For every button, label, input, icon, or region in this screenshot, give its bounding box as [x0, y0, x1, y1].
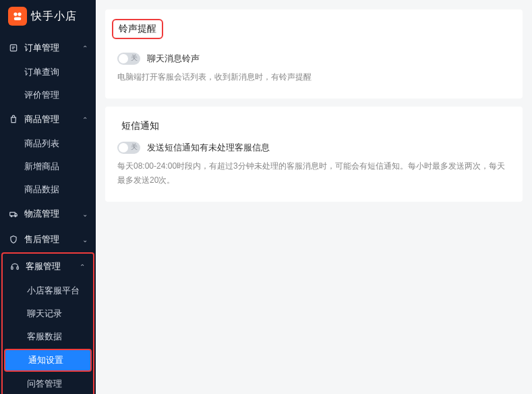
nav-group-label: 物流管理 [24, 208, 82, 220]
nav-group-0: 订单管理⌃订单查询评价管理 [0, 35, 96, 107]
sidebar-item[interactable]: 小店客服平台 [3, 279, 93, 302]
sidebar: 快手小店 订单管理⌃订单查询评价管理商品管理⌃商品列表新增商品商品数据物流管理⌄… [0, 0, 96, 394]
toggle-switch[interactable]: 关 [117, 53, 140, 65]
sidebar-item[interactable]: 订单查询 [0, 61, 96, 84]
nav-group-head[interactable]: 客服管理⌃ [3, 254, 93, 279]
toggle-row: 关聊天消息铃声 [117, 53, 510, 65]
toggle-state: 关 [131, 142, 138, 152]
nav-sub: 商品列表新增商品商品数据 [0, 132, 96, 201]
nav-sub: 订单查询评价管理 [0, 61, 96, 107]
chevron-up-icon: ⌃ [82, 116, 88, 123]
nav-group-label: 客服管理 [26, 260, 80, 273]
nav-group-3: 售后管理⌄ [0, 227, 96, 252]
section-description: 每天08:00-24:00时段内，有超过3分钟未处理的客服消息时，可能会有短信通… [117, 159, 510, 187]
chevron-up-icon: ⌃ [80, 263, 85, 271]
nav-group-label: 商品管理 [24, 113, 82, 125]
settings-card: 铃声提醒关聊天消息铃声电脑端打开客服会话列表，收到新消息时，有铃声提醒 [105, 9, 523, 98]
brand-logo-icon [8, 7, 27, 26]
nav: 订单管理⌃订单查询评价管理商品管理⌃商品列表新增商品商品数据物流管理⌄售后管理⌄… [0, 35, 96, 394]
svg-rect-3 [10, 45, 16, 51]
nav-group-2: 物流管理⌄ [0, 201, 96, 227]
section-description: 电脑端打开客服会话列表，收到新消息时，有铃声提醒 [117, 70, 510, 84]
sidebar-item[interactable]: 商品列表 [0, 132, 96, 155]
nav-group-icon [9, 262, 20, 271]
svg-rect-4 [10, 213, 16, 216]
nav-group-head[interactable]: 物流管理⌄ [0, 201, 96, 227]
settings-card: 短信通知关发送短信通知有未处理客服信息每天08:00-24:00时段内，有超过3… [105, 107, 523, 202]
sidebar-item[interactable]: 问答管理 [3, 372, 93, 394]
svg-rect-8 [17, 267, 18, 270]
chevron-up-icon: ⌃ [82, 45, 88, 52]
sidebar-item[interactable]: 评价管理 [0, 84, 96, 107]
svg-point-1 [18, 12, 21, 16]
sidebar-item[interactable]: 聊天记录 [3, 302, 93, 325]
sidebar-item[interactable]: 商品数据 [0, 178, 96, 201]
nav-group-4: 客服管理⌃小店客服平台聊天记录客服数据通知设置问答管理消息设置 [1, 252, 94, 394]
brand-name: 快手小店 [31, 9, 77, 24]
chevron-down-icon: ⌄ [82, 236, 88, 244]
nav-group-label: 订单管理 [24, 42, 82, 54]
svg-rect-2 [14, 18, 22, 21]
nav-group-head[interactable]: 订单管理⌃ [0, 35, 96, 61]
toggle-label: 发送短信通知有未处理客服信息 [147, 142, 270, 154]
nav-group-1: 商品管理⌃商品列表新增商品商品数据 [0, 107, 96, 201]
sidebar-item[interactable]: 新增商品 [0, 155, 96, 178]
svg-point-0 [13, 12, 17, 16]
toggle-row: 关发送短信通知有未处理客服信息 [117, 142, 510, 154]
chevron-down-icon: ⌄ [82, 210, 88, 218]
sidebar-item[interactable]: 客服数据 [3, 325, 93, 348]
nav-group-icon [8, 209, 19, 219]
nav-group-head[interactable]: 商品管理⌃ [0, 107, 96, 132]
section-title: 短信通知 [117, 119, 510, 134]
brand: 快手小店 [0, 0, 96, 35]
sidebar-item[interactable]: 通知设置 [4, 349, 92, 372]
svg-rect-7 [11, 267, 13, 270]
nav-group-icon [8, 235, 19, 244]
main-content: 铃声提醒关聊天消息铃声电脑端打开客服会话列表，收到新消息时，有铃声提醒短信通知关… [96, 0, 532, 394]
toggle-switch[interactable]: 关 [117, 142, 140, 154]
section-title: 铃声提醒 [112, 19, 163, 39]
nav-sub: 小店客服平台聊天记录客服数据通知设置问答管理消息设置 [3, 279, 93, 394]
toggle-state: 关 [131, 53, 138, 63]
nav-group-head[interactable]: 售后管理⌄ [0, 227, 96, 252]
nav-group-icon [8, 115, 19, 124]
nav-group-label: 售后管理 [24, 233, 82, 246]
nav-group-icon [8, 43, 19, 53]
toggle-label: 聊天消息铃声 [147, 53, 200, 65]
